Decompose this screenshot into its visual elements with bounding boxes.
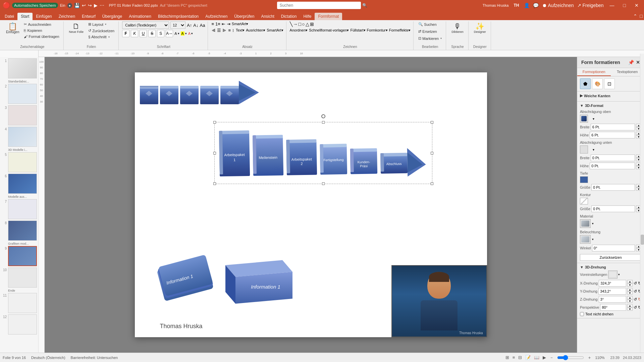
char-spacing-button[interactable]: A↔ [166, 30, 173, 37]
slide-thumbnail-6[interactable]: 6 [1, 174, 37, 194]
shape-tri-icon[interactable]: △ [306, 21, 309, 27]
scrollbar-thumb[interactable] [641, 235, 644, 245]
increase-indent-icon[interactable]: ⇥ [227, 21, 230, 26]
handle-ml[interactable] [213, 152, 216, 155]
save-icon[interactable]: 💾 [74, 3, 80, 8]
format-uebertragen-button[interactable]: 🖌 Format übertragen [22, 34, 60, 39]
italic-button[interactable]: K [131, 30, 138, 37]
handle-tc[interactable] [322, 121, 325, 124]
slide-thumbnail-5[interactable]: 5 [1, 152, 37, 172]
kontur-color-btn[interactable] [580, 198, 588, 204]
language-status[interactable]: Deutsch (Österreich) [31, 356, 65, 360]
voreinstellungen-btn[interactable] [608, 270, 618, 279]
hoehe-oben-input[interactable] [590, 132, 635, 138]
format-3d-header[interactable]: ▼ 3D-Format [580, 104, 641, 108]
autosave-toggle-btn[interactable]: ● [67, 3, 72, 8]
designer-button[interactable]: ✨ Designer [472, 21, 488, 35]
share-btn[interactable]: ↗ Freigeben [577, 3, 604, 8]
zuruecksetzen-button[interactable]: ↺ Zurücksetzen [87, 28, 116, 34]
smartart2-icon[interactable]: SmartArt▾ [267, 28, 283, 33]
y-drehung-down[interactable]: ▼ [627, 291, 633, 295]
slide-thumbnail-4[interactable]: 4 [1, 127, 37, 147]
bevel-oben-more[interactable]: ▾ [589, 115, 597, 123]
ausschneiden-button[interactable]: ✂ Ausschneiden [22, 21, 60, 27]
ersetzen-button[interactable]: ⇄ Ersetzen [417, 28, 438, 34]
3d-arrow-bar[interactable] [138, 81, 259, 113]
bevel-unten-more[interactable]: ▾ [589, 145, 597, 154]
slide-img-4[interactable] [8, 127, 37, 147]
panel-pin-icon[interactable]: 📌 [628, 60, 634, 65]
tab-animationen[interactable]: Animationen [125, 13, 155, 20]
font-color2-dropdown[interactable]: ▾ [191, 32, 193, 35]
tab-hilfe[interactable]: Hilfe [300, 13, 315, 20]
voreinstellungen-dropdown[interactable]: ▾ [618, 273, 620, 276]
bevel-unten-preset[interactable] [580, 145, 588, 154]
x-drehung-reset-icon[interactable]: ↺ [634, 281, 637, 286]
slide-img-10[interactable] [8, 267, 37, 288]
tab-einfuegen[interactable]: Einfügen [33, 13, 55, 20]
3d-steps-shape[interactable]: Arbeitspaket 1 Meilenstein Arbeitspaket … [217, 123, 429, 183]
handle-br[interactable] [431, 182, 433, 185]
bullets-icon[interactable]: ≡ [211, 21, 214, 26]
winkel-input[interactable] [592, 245, 635, 251]
slide-img-7[interactable] [8, 199, 37, 219]
align-right-icon[interactable]: ⫸ [222, 28, 227, 33]
slide-img-9[interactable] [8, 246, 37, 266]
arrange-btn[interactable]: Anordnen▾ [290, 28, 308, 33]
search-input[interactable] [277, 2, 361, 9]
close-button[interactable]: ✕ [632, 0, 641, 11]
share-icon[interactable]: 👤 [524, 3, 530, 8]
textalign-icon[interactable]: Ausrichten▾ [246, 28, 265, 33]
minimize-button[interactable]: — [607, 0, 617, 11]
tab-zeichnen[interactable]: Zeichnen [55, 13, 78, 20]
schnellformate-btn[interactable]: Schnellformat-vorlagen▾ [309, 28, 349, 33]
font-size-select[interactable]: 12 [170, 21, 185, 29]
handle-tl[interactable] [213, 121, 216, 124]
material-dropdown[interactable]: ▾ [592, 222, 594, 225]
tiefe-groesse-input[interactable] [591, 184, 635, 191]
abschnitt-button[interactable]: § Abschnitt ▾ [87, 34, 116, 40]
zoom-in-icon[interactable]: ＋ [587, 355, 592, 361]
tab-aufzeichnen[interactable]: Aufzeichnen [202, 13, 231, 20]
beleuchtung-btn[interactable] [580, 235, 591, 244]
z-drehung-input[interactable] [599, 296, 626, 303]
panel-close-icon[interactable]: ✕ [636, 60, 640, 65]
present-btn[interactable]: ▶ [543, 355, 546, 360]
user-avatar[interactable]: TH [512, 1, 521, 10]
y-drehung-reset-icon[interactable]: ↺ [634, 289, 637, 294]
expand-panel-icon[interactable]: □ [640, 13, 643, 19]
tab-ansicht[interactable]: Ansicht [258, 13, 277, 20]
tab-formoptionen[interactable]: Formoptionen [577, 68, 611, 76]
redo-icon[interactable]: ↪ [88, 3, 92, 8]
fullstart-btn[interactable]: Füllstart▾ [350, 28, 365, 33]
layout-button[interactable]: ⊞ Layout ▾ [87, 21, 116, 27]
y-drehung-input[interactable] [598, 288, 626, 295]
z-drehung-reset-icon[interactable]: ↺ [634, 297, 637, 302]
kontur-groesse-input[interactable] [591, 205, 635, 212]
tab-textoptionen[interactable]: Textoptionen [611, 68, 644, 76]
align-left-icon[interactable]: ⫷ [211, 28, 216, 33]
slide-thumbnail-8[interactable]: 8 [1, 221, 37, 241]
y-drehung-up[interactable]: ▲ [627, 288, 633, 291]
slide-thumbnail-1[interactable]: 1 [1, 58, 37, 78]
beleuchtung-dropdown[interactable]: ▾ [592, 238, 594, 241]
slidesorter-view-btn[interactable]: ⊟ [518, 355, 522, 360]
zuruecksetzen-button[interactable]: Zurücksetzen [580, 254, 641, 261]
shadow-button[interactable]: S [157, 30, 164, 37]
slide-img-3[interactable] [8, 105, 37, 125]
text-nicht-drehen-checkbox[interactable] [580, 312, 584, 316]
reading-view-btn[interactable]: 📖 [534, 355, 539, 360]
slide-thumbnail-2[interactable]: 2 [1, 84, 37, 104]
slide-canvas[interactable]: Arbeitspaket 1 Meilenstein Arbeitspaket … [135, 72, 487, 337]
breite-unten-input[interactable] [591, 155, 635, 161]
perspektive-input[interactable] [600, 304, 626, 311]
slide-img-2[interactable] [8, 84, 37, 104]
x-drehung-down[interactable]: ▼ [627, 283, 633, 287]
diktieren-button[interactable]: 🎙 Diktieren [449, 21, 466, 35]
shape-line-icon[interactable]: ╲ [290, 21, 292, 27]
handle-mr[interactable] [431, 152, 433, 155]
perspektive-down[interactable]: ▼ [627, 307, 633, 311]
perspektive-reset-icon[interactable]: ↺ [634, 305, 637, 310]
kopieren-button[interactable]: ⎘ Kopieren [22, 28, 60, 33]
info-box-3d-1[interactable]: Information 1 [153, 255, 217, 302]
